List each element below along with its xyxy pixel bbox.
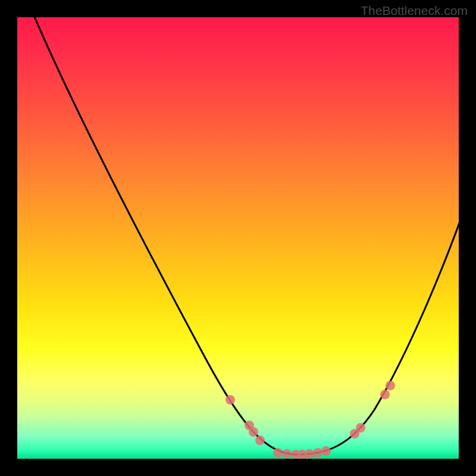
watermark-text: TheBottleneck.com — [361, 4, 468, 18]
data-point — [356, 423, 365, 433]
data-point — [226, 395, 235, 405]
data-point — [305, 449, 314, 459]
data-point — [380, 390, 390, 399]
chart-plot-area — [17, 17, 459, 459]
data-point — [282, 449, 292, 459]
data-point — [273, 448, 283, 458]
data-point — [313, 448, 322, 458]
data-point — [321, 446, 331, 456]
data-points-group — [226, 381, 395, 459]
bottleneck-curve — [32, 17, 459, 455]
data-point — [249, 427, 258, 437]
chart-svg — [17, 17, 459, 459]
data-point — [386, 381, 395, 390]
data-point — [255, 436, 265, 445]
